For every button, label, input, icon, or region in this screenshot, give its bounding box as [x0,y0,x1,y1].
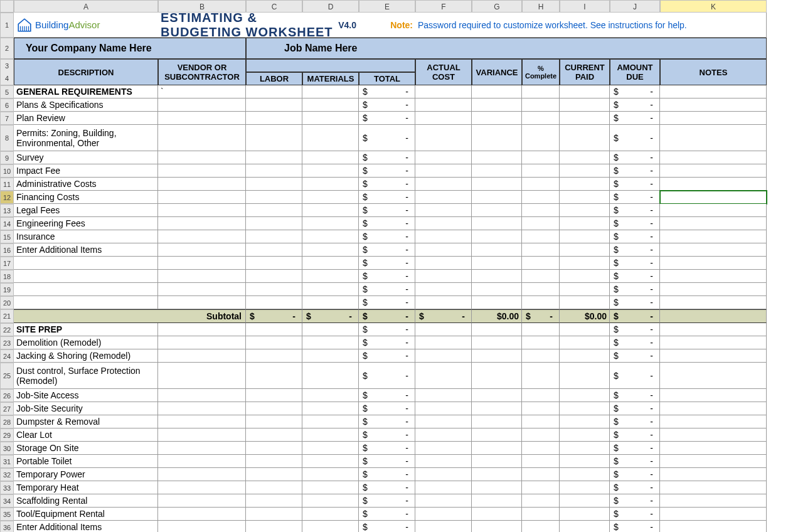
cell[interactable] [560,125,610,151]
cell[interactable] [302,323,359,336]
cell-due[interactable]: $- [610,521,660,532]
cell-due[interactable]: $- [610,481,660,494]
row-header-20[interactable]: 20 [0,296,14,309]
job-name-cell[interactable]: Job Name Here [246,38,767,59]
cell-due[interactable]: $- [610,389,660,402]
header-description[interactable]: DESCRIPTION [14,59,158,85]
cell[interactable] [246,442,302,455]
cell[interactable] [415,521,472,532]
cell-notes[interactable] [660,468,767,481]
cell[interactable] [302,283,359,296]
cell[interactable] [560,521,610,532]
cell-total[interactable]: $- [359,481,415,494]
cell[interactable] [472,349,522,363]
cell-total[interactable]: $- [359,494,415,508]
row-header-18[interactable]: 18 [0,270,14,283]
cell[interactable] [472,402,522,415]
row-header-14[interactable]: 14 [0,217,14,230]
cell-total[interactable]: $- [359,112,415,125]
cell-notes[interactable] [660,151,767,164]
cell[interactable] [246,323,302,336]
cell[interactable] [415,257,472,270]
cell-total[interactable]: $- [359,415,415,428]
cell[interactable] [415,494,472,508]
desc-cell[interactable]: Plan Review [14,112,158,125]
cell[interactable] [302,191,359,204]
select-all-corner[interactable] [0,0,14,13]
cell[interactable] [522,323,560,336]
subtotal-actual[interactable]: $- [415,309,472,323]
cell[interactable] [522,415,560,428]
row-header-24[interactable]: 24 [0,349,14,363]
row-header-32[interactable]: 32 [0,468,14,481]
cell[interactable] [560,151,610,164]
cell[interactable] [246,428,302,442]
desc-cell[interactable]: Survey [14,151,158,164]
cell[interactable] [302,521,359,532]
desc-cell[interactable]: Clear Lot [14,428,158,442]
cell[interactable] [246,112,302,125]
cell-B5[interactable]: ` [158,85,246,98]
cell[interactable] [302,389,359,402]
cell[interactable] [415,125,472,151]
cell[interactable] [522,270,560,283]
cell-due[interactable]: $- [610,270,660,283]
header-actual-cost[interactable]: ACTUAL COST [415,59,472,85]
cell[interactable] [415,151,472,164]
cell[interactable] [522,164,560,178]
cell[interactable] [472,217,522,230]
cell[interactable] [522,230,560,243]
cell-total[interactable]: $- [359,230,415,243]
desc-cell[interactable]: Storage On Site [14,442,158,455]
cell[interactable] [560,85,610,98]
cell-total[interactable]: $- [359,243,415,257]
desc-cell[interactable] [14,257,158,270]
cell-notes[interactable] [660,204,767,217]
cell[interactable] [560,204,610,217]
cell-due[interactable]: $- [610,402,660,415]
cell[interactable] [246,296,302,309]
cell[interactable] [246,508,302,521]
cell-due[interactable]: $- [610,508,660,521]
cell-total[interactable]: $- [359,363,415,389]
subtotal-paid[interactable]: $0.00 [560,309,610,323]
desc-cell[interactable]: Scaffolding Rental [14,494,158,508]
cell-notes[interactable] [660,283,767,296]
cell[interactable] [246,204,302,217]
cell[interactable] [522,204,560,217]
cell-due[interactable]: $- [610,164,660,178]
subtotal-variance[interactable]: $0.00 [472,309,522,323]
cell-notes[interactable] [660,402,767,415]
col-header-G[interactable]: G [472,0,522,13]
cell[interactable] [246,494,302,508]
cell[interactable] [302,243,359,257]
cell-notes[interactable] [660,243,767,257]
cell-notes[interactable] [660,349,767,363]
cell[interactable] [158,191,246,204]
row-header-7[interactable]: 7 [0,112,14,125]
cell-total[interactable]: $- [359,270,415,283]
desc-cell[interactable]: Permits: Zoning, Building, Environmental… [14,125,158,151]
cell[interactable] [472,178,522,191]
cell-notes[interactable] [660,191,767,204]
cell[interactable] [302,178,359,191]
cell[interactable] [472,243,522,257]
cell[interactable] [415,217,472,230]
col-header-J[interactable]: J [610,0,660,13]
desc-cell[interactable]: Insurance [14,230,158,243]
header-labor[interactable]: LABOR [246,72,302,85]
cell-due[interactable]: $- [610,283,660,296]
cell-due[interactable]: $- [610,455,660,468]
cell[interactable] [472,283,522,296]
cell[interactable] [415,270,472,283]
cell[interactable] [158,257,246,270]
cell-notes[interactable] [660,494,767,508]
cell[interactable] [246,270,302,283]
cell[interactable] [302,112,359,125]
cell-due[interactable]: $- [610,98,660,112]
cell[interactable] [158,217,246,230]
cell[interactable] [522,455,560,468]
cell[interactable] [158,349,246,363]
section-site-prep[interactable]: SITE PREP [14,323,158,336]
cell-notes[interactable] [660,112,767,125]
